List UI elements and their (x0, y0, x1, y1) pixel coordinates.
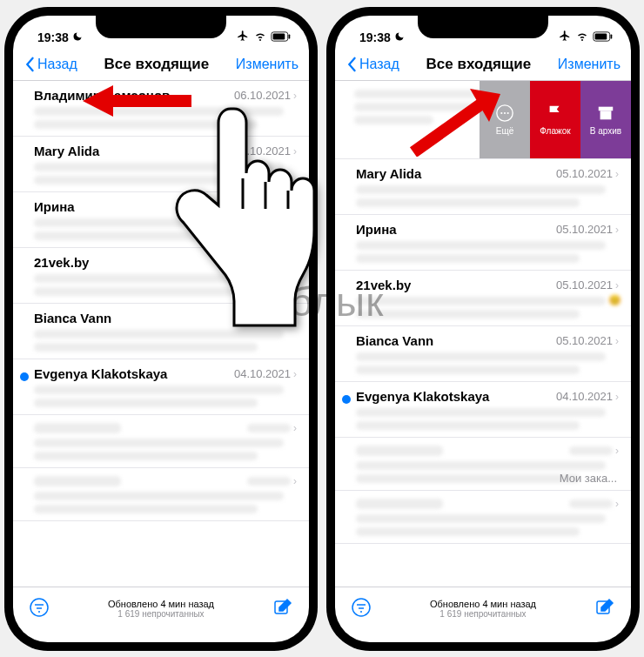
swipe-archive-button[interactable]: В архив (580, 81, 631, 158)
blurred-text (356, 514, 606, 523)
page-title: Все входящие (426, 56, 532, 73)
swipe-archive-label: В архив (590, 126, 621, 136)
edit-button[interactable]: Изменить (236, 57, 299, 72)
chevron-right-icon: › (293, 368, 297, 380)
svg-rect-13 (600, 111, 612, 119)
unread-label: 1 619 непрочитанных (430, 609, 536, 619)
unread-label: 1 619 непрочитанных (108, 609, 214, 619)
sender-label: 21vek.by (34, 255, 89, 270)
page-title: Все входящие (104, 56, 210, 73)
blurred-text (356, 241, 606, 250)
updated-label: Обновлено 4 мин назад (430, 599, 536, 609)
toolbar: Обновлено 4 мин назад 1 619 непрочитанны… (335, 587, 631, 642)
chevron-right-icon: › (615, 498, 619, 510)
svg-point-3 (30, 599, 48, 616)
blurred-text (356, 421, 580, 430)
edit-button[interactable]: Изменить (558, 57, 621, 72)
blurred-text (34, 330, 284, 339)
back-label: Назад (359, 57, 399, 72)
chevron-right-icon: › (615, 335, 619, 347)
date-label: 05.10.2021 (556, 278, 613, 292)
unread-dot-icon (342, 395, 351, 404)
sender-label (34, 423, 121, 433)
blurred-text (356, 185, 606, 194)
sender-label (34, 476, 121, 486)
chevron-right-icon: › (293, 475, 297, 487)
sender-label: Evgenya Klakotskaya (34, 366, 167, 381)
swipe-flag-button[interactable]: Флажок (530, 81, 580, 158)
status-time: 19:38 (359, 30, 391, 44)
hand-pointer-icon (157, 96, 322, 331)
chevron-right-icon: › (615, 279, 619, 292)
dnd-icon (394, 30, 405, 44)
back-label: Назад (37, 57, 77, 72)
wifi-icon (253, 30, 267, 44)
blurred-text (356, 461, 606, 470)
blurred-text (356, 365, 580, 374)
status-text: Обновлено 4 мин назад 1 619 непрочитанны… (430, 599, 536, 619)
blurred-text (356, 310, 580, 318)
sender-label: Mary Alida (34, 144, 99, 158)
annotation-arrow-right (409, 87, 505, 157)
svg-rect-6 (595, 33, 607, 39)
filter-button[interactable] (29, 597, 50, 621)
filter-button[interactable] (351, 597, 372, 621)
email-list[interactable]: Ещё Флажок В архив Mary Alida05.10.2021›… (335, 81, 631, 587)
sender-label: Bianca Vann (356, 333, 433, 348)
blurred-text (356, 198, 580, 207)
blurred-text (34, 399, 258, 407)
email-row[interactable]: Mary Alida05.10.2021› (335, 159, 631, 215)
back-button[interactable]: Назад (345, 57, 399, 72)
compose-button[interactable] (272, 597, 293, 621)
status-text: Обновлено 4 мин назад 1 619 непрочитанны… (108, 599, 214, 619)
thread-preview-label: Мои зака... (560, 472, 617, 485)
email-row[interactable]: Evgenya Klakotskaya04.10.2021› (13, 359, 309, 415)
blurred-text (356, 254, 580, 263)
notch (418, 16, 548, 38)
date-label: 04.10.2021 (234, 367, 291, 380)
date-label (247, 424, 291, 432)
date-label: 05.10.2021 (556, 167, 613, 180)
sender-label (356, 499, 443, 509)
svg-rect-12 (599, 107, 614, 111)
dnd-icon (72, 30, 83, 44)
chevron-right-icon: › (615, 224, 619, 236)
airplane-icon (236, 30, 250, 44)
status-time: 19:38 (37, 30, 69, 44)
email-row[interactable]: Evgenya Klakotskaya04.10.2021› (335, 382, 631, 438)
email-row[interactable]: Bianca Vann05.10.2021› (335, 326, 631, 382)
svg-point-11 (507, 112, 509, 114)
blurred-text (34, 385, 284, 394)
svg-rect-1 (273, 33, 285, 39)
blurred-text (34, 505, 258, 513)
wifi-icon (575, 30, 589, 44)
chevron-right-icon: › (615, 168, 619, 180)
sender-label (356, 446, 443, 456)
blurred-text (356, 408, 606, 417)
svg-point-15 (352, 599, 370, 616)
email-row[interactable]: › (335, 491, 631, 544)
date-label (569, 446, 613, 455)
blurred-text (34, 439, 284, 447)
email-row[interactable]: › (13, 468, 309, 521)
email-row[interactable]: › (13, 415, 309, 468)
sender-label: Mary Alida (356, 166, 421, 181)
swipe-flag-label: Флажок (540, 126, 570, 136)
blurred-text (34, 492, 284, 500)
sender-label: Evgenya Klakotskaya (356, 389, 489, 404)
email-row[interactable]: Ирина05.10.2021› (335, 215, 631, 271)
date-label: 05.10.2021 (556, 223, 613, 236)
date-label (247, 477, 291, 486)
compose-button[interactable] (594, 597, 615, 621)
date-label: 05.10.2021 (556, 334, 613, 347)
sender-label: Ирина (34, 199, 75, 214)
back-button[interactable]: Назад (23, 57, 77, 72)
svg-rect-7 (611, 34, 613, 38)
airplane-icon (558, 30, 572, 44)
chevron-right-icon: › (615, 391, 619, 403)
blurred-text (356, 527, 580, 536)
blurred-text (34, 452, 258, 460)
email-row[interactable]: ›Мои зака... (335, 438, 631, 491)
notch (96, 16, 226, 38)
nav-bar: Назад Все входящие Изменить (335, 50, 631, 81)
